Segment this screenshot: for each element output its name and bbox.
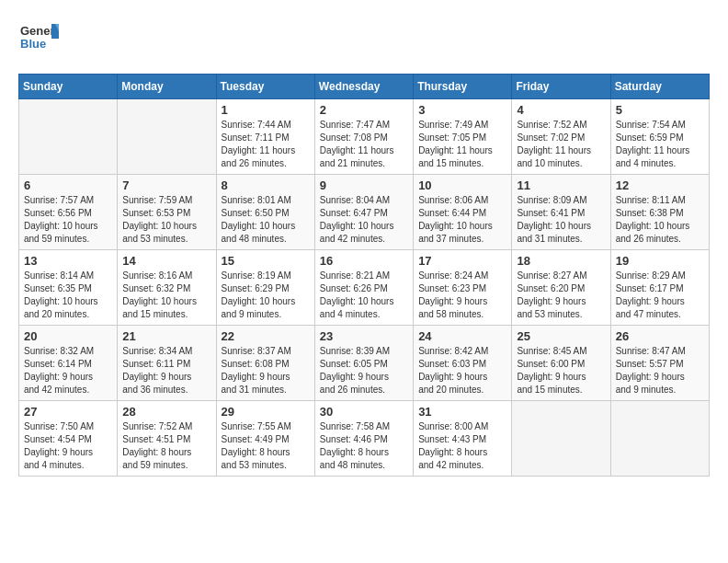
week-row-4: 20Sunrise: 8:32 AM Sunset: 6:14 PM Dayli… [19, 326, 710, 401]
calendar-header-row: SundayMondayTuesdayWednesdayThursdayFrid… [19, 75, 710, 99]
day-info: Sunrise: 8:16 AM Sunset: 6:32 PM Dayligh… [122, 270, 210, 321]
day-cell: 28Sunrise: 7:52 AM Sunset: 4:51 PM Dayli… [118, 401, 216, 477]
day-number: 24 [418, 329, 506, 343]
day-cell: 12Sunrise: 8:11 AM Sunset: 6:38 PM Dayli… [610, 175, 709, 250]
day-cell: 1Sunrise: 7:44 AM Sunset: 7:11 PM Daylig… [216, 99, 314, 175]
day-cell: 18Sunrise: 8:27 AM Sunset: 6:20 PM Dayli… [512, 250, 610, 326]
day-cell: 19Sunrise: 8:29 AM Sunset: 6:17 PM Dayli… [610, 250, 709, 326]
day-number: 25 [517, 329, 605, 343]
day-info: Sunrise: 7:55 AM Sunset: 4:49 PM Dayligh… [222, 420, 310, 472]
calendar-table: SundayMondayTuesdayWednesdayThursdayFrid… [18, 74, 710, 477]
day-number: 7 [122, 178, 210, 192]
day-info: Sunrise: 8:24 AM Sunset: 6:23 PM Dayligh… [418, 270, 506, 321]
day-cell: 6Sunrise: 7:57 AM Sunset: 6:56 PM Daylig… [19, 175, 118, 250]
day-header-saturday: Saturday [610, 75, 709, 99]
day-info: Sunrise: 7:44 AM Sunset: 7:11 PM Dayligh… [222, 119, 310, 170]
logo-icon: General Blue [18, 18, 59, 59]
day-info: Sunrise: 8:11 AM Sunset: 6:38 PM Dayligh… [616, 194, 704, 246]
day-info: Sunrise: 8:19 AM Sunset: 6:29 PM Dayligh… [222, 270, 310, 321]
day-info: Sunrise: 8:06 AM Sunset: 6:44 PM Dayligh… [418, 194, 506, 246]
day-cell: 9Sunrise: 8:04 AM Sunset: 6:47 PM Daylig… [314, 175, 413, 250]
day-header-wednesday: Wednesday [314, 75, 413, 99]
day-number: 10 [418, 178, 506, 192]
day-info: Sunrise: 7:52 AM Sunset: 4:51 PM Dayligh… [122, 420, 210, 472]
day-number: 19 [616, 254, 704, 268]
day-number: 3 [418, 103, 506, 117]
day-cell: 15Sunrise: 8:19 AM Sunset: 6:29 PM Dayli… [216, 250, 314, 326]
day-info: Sunrise: 8:39 AM Sunset: 6:05 PM Dayligh… [320, 345, 408, 396]
day-info: Sunrise: 8:37 AM Sunset: 6:08 PM Dayligh… [222, 345, 310, 396]
day-header-friday: Friday [512, 75, 610, 99]
day-number: 17 [418, 254, 506, 268]
week-row-2: 6Sunrise: 7:57 AM Sunset: 6:56 PM Daylig… [19, 175, 710, 250]
day-info: Sunrise: 7:59 AM Sunset: 6:53 PM Dayligh… [122, 194, 210, 246]
day-info: Sunrise: 8:34 AM Sunset: 6:11 PM Dayligh… [122, 345, 210, 396]
day-number: 27 [24, 405, 112, 419]
day-number: 11 [517, 178, 605, 192]
day-number: 28 [122, 405, 210, 419]
day-number: 9 [320, 178, 408, 192]
day-number: 14 [122, 254, 210, 268]
day-info: Sunrise: 7:47 AM Sunset: 7:08 PM Dayligh… [320, 119, 408, 170]
day-info: Sunrise: 8:29 AM Sunset: 6:17 PM Dayligh… [616, 270, 704, 321]
day-info: Sunrise: 7:58 AM Sunset: 4:46 PM Dayligh… [320, 420, 408, 472]
day-info: Sunrise: 8:01 AM Sunset: 6:50 PM Dayligh… [222, 194, 310, 246]
day-number: 31 [418, 405, 506, 419]
day-cell [512, 401, 610, 477]
day-header-tuesday: Tuesday [216, 75, 314, 99]
day-number: 2 [320, 103, 408, 117]
day-info: Sunrise: 8:21 AM Sunset: 6:26 PM Dayligh… [320, 270, 408, 321]
day-number: 8 [222, 178, 310, 192]
day-number: 5 [616, 103, 704, 117]
day-info: Sunrise: 8:04 AM Sunset: 6:47 PM Dayligh… [320, 194, 408, 246]
day-number: 18 [517, 254, 605, 268]
day-info: Sunrise: 7:50 AM Sunset: 4:54 PM Dayligh… [24, 420, 112, 472]
week-row-5: 27Sunrise: 7:50 AM Sunset: 4:54 PM Dayli… [19, 401, 710, 477]
day-cell [19, 99, 118, 175]
day-cell: 27Sunrise: 7:50 AM Sunset: 4:54 PM Dayli… [19, 401, 118, 477]
week-row-1: 1Sunrise: 7:44 AM Sunset: 7:11 PM Daylig… [19, 99, 710, 175]
day-cell: 23Sunrise: 8:39 AM Sunset: 6:05 PM Dayli… [314, 326, 413, 401]
day-number: 26 [616, 329, 704, 343]
day-cell: 25Sunrise: 8:45 AM Sunset: 6:00 PM Dayli… [512, 326, 610, 401]
day-cell [610, 401, 709, 477]
day-info: Sunrise: 8:09 AM Sunset: 6:41 PM Dayligh… [517, 194, 605, 246]
day-cell: 17Sunrise: 8:24 AM Sunset: 6:23 PM Dayli… [414, 250, 512, 326]
day-number: 6 [24, 178, 112, 192]
day-cell: 20Sunrise: 8:32 AM Sunset: 6:14 PM Dayli… [19, 326, 118, 401]
week-row-3: 13Sunrise: 8:14 AM Sunset: 6:35 PM Dayli… [19, 250, 710, 326]
day-cell: 21Sunrise: 8:34 AM Sunset: 6:11 PM Dayli… [118, 326, 216, 401]
day-cell: 8Sunrise: 8:01 AM Sunset: 6:50 PM Daylig… [216, 175, 314, 250]
day-number: 29 [222, 405, 310, 419]
day-info: Sunrise: 7:54 AM Sunset: 6:59 PM Dayligh… [616, 119, 704, 170]
day-info: Sunrise: 8:14 AM Sunset: 6:35 PM Dayligh… [24, 270, 112, 321]
day-cell: 5Sunrise: 7:54 AM Sunset: 6:59 PM Daylig… [610, 99, 709, 175]
day-info: Sunrise: 8:32 AM Sunset: 6:14 PM Dayligh… [24, 345, 112, 396]
day-header-sunday: Sunday [19, 75, 118, 99]
day-cell: 13Sunrise: 8:14 AM Sunset: 6:35 PM Dayli… [19, 250, 118, 326]
day-header-monday: Monday [118, 75, 216, 99]
day-cell: 16Sunrise: 8:21 AM Sunset: 6:26 PM Dayli… [314, 250, 413, 326]
day-cell: 7Sunrise: 7:59 AM Sunset: 6:53 PM Daylig… [118, 175, 216, 250]
day-cell: 24Sunrise: 8:42 AM Sunset: 6:03 PM Dayli… [414, 326, 512, 401]
day-cell: 2Sunrise: 7:47 AM Sunset: 7:08 PM Daylig… [314, 99, 413, 175]
day-cell: 22Sunrise: 8:37 AM Sunset: 6:08 PM Dayli… [216, 326, 314, 401]
day-info: Sunrise: 8:27 AM Sunset: 6:20 PM Dayligh… [517, 270, 605, 321]
day-number: 4 [517, 103, 605, 117]
day-number: 13 [24, 254, 112, 268]
day-cell: 30Sunrise: 7:58 AM Sunset: 4:46 PM Dayli… [314, 401, 413, 477]
day-info: Sunrise: 8:00 AM Sunset: 4:43 PM Dayligh… [418, 420, 506, 472]
day-number: 12 [616, 178, 704, 192]
day-cell: 31Sunrise: 8:00 AM Sunset: 4:43 PM Dayli… [414, 401, 512, 477]
day-info: Sunrise: 7:49 AM Sunset: 7:05 PM Dayligh… [418, 119, 506, 170]
day-info: Sunrise: 7:52 AM Sunset: 7:02 PM Dayligh… [517, 119, 605, 170]
day-info: Sunrise: 8:42 AM Sunset: 6:03 PM Dayligh… [418, 345, 506, 396]
day-cell: 3Sunrise: 7:49 AM Sunset: 7:05 PM Daylig… [414, 99, 512, 175]
day-cell: 29Sunrise: 7:55 AM Sunset: 4:49 PM Dayli… [216, 401, 314, 477]
logo: General Blue [18, 18, 59, 59]
day-cell: 10Sunrise: 8:06 AM Sunset: 6:44 PM Dayli… [414, 175, 512, 250]
day-cell [118, 99, 216, 175]
day-header-thursday: Thursday [414, 75, 512, 99]
day-cell: 14Sunrise: 8:16 AM Sunset: 6:32 PM Dayli… [118, 250, 216, 326]
day-number: 22 [222, 329, 310, 343]
